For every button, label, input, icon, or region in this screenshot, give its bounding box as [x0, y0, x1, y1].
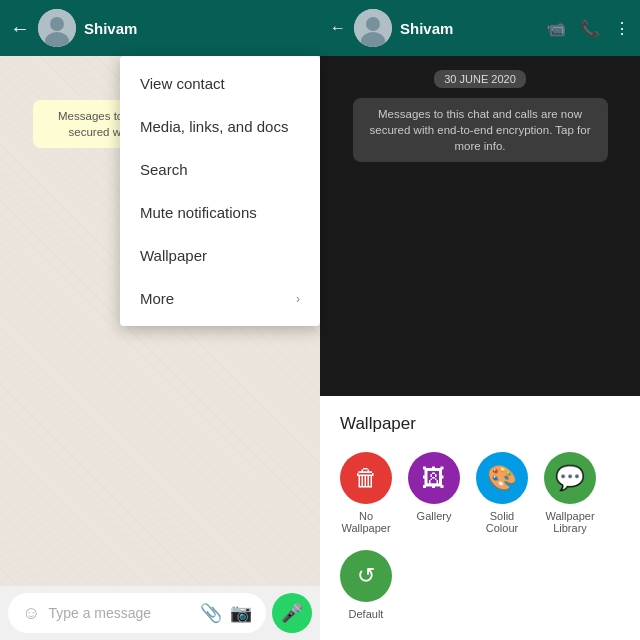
- wallpaper-options: 🗑 NoWallpaper 🖼 Gallery 🎨 SolidColour 💬: [340, 452, 620, 620]
- gallery-label: Gallery: [417, 510, 452, 522]
- video-call-icon[interactable]: 📹: [546, 19, 566, 38]
- wallpaper-option-library[interactable]: 💬 WallpaperLibrary: [544, 452, 596, 534]
- right-system-message: Messages to this chat and calls are now …: [353, 98, 608, 162]
- phone-icon[interactable]: 📞: [580, 19, 600, 38]
- trash-icon: 🗑: [354, 464, 378, 492]
- message-input-container[interactable]: ☺ Type a message 📎 📷: [8, 593, 266, 633]
- header-icons: 📹 📞 ⋮: [546, 19, 630, 38]
- wallpaper-library-label: WallpaperLibrary: [545, 510, 594, 534]
- wallpaper-option-no-wallpaper[interactable]: 🗑 NoWallpaper: [340, 452, 392, 534]
- wallpaper-library-circle: 💬: [544, 452, 596, 504]
- menu-item-wallpaper[interactable]: Wallpaper: [120, 234, 320, 277]
- whatsapp-icon: 💬: [555, 464, 585, 492]
- refresh-icon: ↺: [357, 563, 375, 589]
- back-icon[interactable]: ←: [10, 17, 30, 40]
- menu-item-view-contact[interactable]: View contact: [120, 62, 320, 105]
- emoji-icon[interactable]: ☺: [22, 603, 40, 624]
- right-date-badge: 30 JUNE 2020: [434, 70, 526, 88]
- default-label: Default: [349, 608, 384, 620]
- contact-name: Shivam: [84, 20, 310, 37]
- menu-item-more[interactable]: More ›: [120, 277, 320, 320]
- more-options-icon[interactable]: ⋮: [614, 19, 630, 38]
- svg-point-1: [50, 17, 64, 31]
- wallpaper-panel: Wallpaper 🗑 NoWallpaper 🖼 Gallery 🎨 Soli…: [320, 396, 640, 640]
- right-back-icon[interactable]: ←: [330, 19, 346, 37]
- right-header: ← Shivam 📹 📞 ⋮: [320, 0, 640, 56]
- right-contact-name: Shivam: [400, 20, 538, 37]
- wallpaper-option-solid-colour[interactable]: 🎨 SolidColour: [476, 452, 528, 534]
- solid-colour-circle: 🎨: [476, 452, 528, 504]
- no-wallpaper-label: NoWallpaper: [341, 510, 390, 534]
- menu-item-media-links[interactable]: Media, links, and docs: [120, 105, 320, 148]
- chat-input-bar: ☺ Type a message 📎 📷 🎤: [0, 586, 320, 640]
- palette-icon: 🎨: [487, 464, 517, 492]
- wallpaper-option-default[interactable]: ↺ Default: [340, 550, 392, 620]
- message-input-placeholder: Type a message: [48, 605, 192, 621]
- mic-button[interactable]: 🎤: [272, 593, 312, 633]
- right-panel: ← Shivam 📹 📞 ⋮ 30 JUNE 2020 Messages to …: [320, 0, 640, 640]
- dropdown-menu: View contact Media, links, and docs Sear…: [120, 56, 320, 326]
- menu-item-search[interactable]: Search: [120, 148, 320, 191]
- no-wallpaper-circle: 🗑: [340, 452, 392, 504]
- left-header: ← Shivam: [0, 0, 320, 56]
- camera-icon[interactable]: 📷: [230, 602, 252, 624]
- menu-item-mute[interactable]: Mute notifications: [120, 191, 320, 234]
- svg-point-4: [366, 17, 380, 31]
- left-panel: ← Shivam 30 JUNE Messages to this chat a…: [0, 0, 320, 640]
- right-chat-bg: 30 JUNE 2020 Messages to this chat and c…: [320, 56, 640, 396]
- more-chevron-icon: ›: [296, 292, 300, 306]
- wallpaper-option-gallery[interactable]: 🖼 Gallery: [408, 452, 460, 534]
- right-avatar: [354, 9, 392, 47]
- solid-colour-label: SolidColour: [486, 510, 518, 534]
- gallery-circle: 🖼: [408, 452, 460, 504]
- avatar: [38, 9, 76, 47]
- wallpaper-title: Wallpaper: [340, 414, 620, 434]
- attachment-icon[interactable]: 📎: [200, 602, 222, 624]
- default-circle: ↺: [340, 550, 392, 602]
- mic-icon: 🎤: [281, 602, 303, 624]
- gallery-icon: 🖼: [422, 464, 446, 492]
